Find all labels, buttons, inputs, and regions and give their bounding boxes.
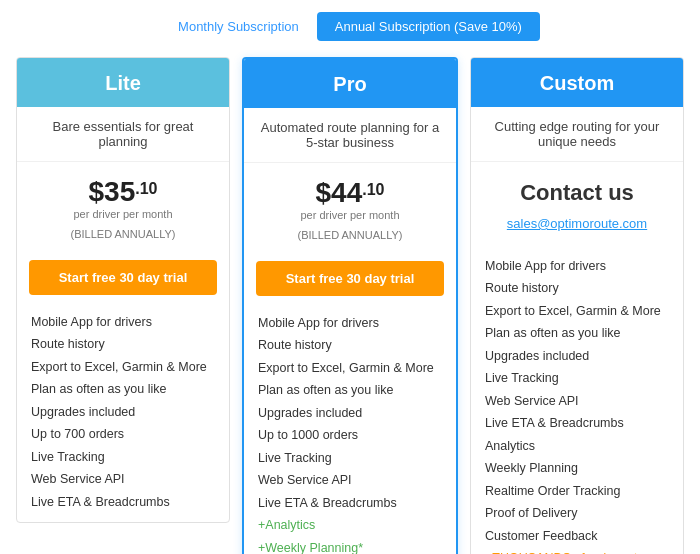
feature-item-lite-3: Plan as often as you like — [31, 379, 215, 402]
feature-item-custom-0: Mobile App for drivers — [485, 255, 669, 278]
feature-item-custom-7: Live ETA & Breadcrumbs — [485, 413, 669, 436]
feature-item-pro-2: Export to Excel, Garmin & More — [258, 357, 442, 380]
feature-item-custom-13: +THOUSANDS of orders at once — [485, 548, 669, 555]
price-cents-lite: .10 — [135, 180, 157, 198]
plan-price-pro: $44.10per driver per month(BILLED ANNUAL… — [244, 163, 456, 255]
feature-item-custom-9: Weekly Planning — [485, 458, 669, 481]
price-whole-lite: $35 — [89, 176, 136, 208]
sales-email-link[interactable]: sales@optimoroute.com — [487, 212, 667, 241]
features-list-custom: Mobile App for driversRoute historyExpor… — [471, 251, 683, 554]
price-sub1-lite: per driver per month — [33, 208, 213, 220]
plan-price-lite: $35.10per driver per month(BILLED ANNUAL… — [17, 162, 229, 254]
feature-item-custom-4: Upgrades included — [485, 345, 669, 368]
price-main-lite: $35.10 — [89, 172, 158, 208]
feature-item-custom-6: Web Service API — [485, 390, 669, 413]
trial-btn-lite[interactable]: Start free 30 day trial — [29, 260, 217, 295]
features-list-lite: Mobile App for driversRoute historyExpor… — [17, 307, 229, 522]
feature-item-lite-5: Up to 700 orders — [31, 424, 215, 447]
plan-card-custom: CustomCutting edge routing for your uniq… — [470, 57, 684, 554]
custom-contact-area: Contact ussales@optimoroute.com — [471, 162, 683, 251]
annual-subscription-btn[interactable]: Annual Subscription (Save 10%) — [317, 12, 540, 41]
plan-header-custom: Custom — [471, 58, 683, 107]
feature-item-custom-5: Live Tracking — [485, 368, 669, 391]
feature-item-pro-9: +Analytics — [258, 515, 442, 538]
feature-item-lite-7: Web Service API — [31, 469, 215, 492]
feature-item-pro-1: Route history — [258, 335, 442, 358]
feature-item-lite-2: Export to Excel, Garmin & More — [31, 356, 215, 379]
feature-item-pro-7: Web Service API — [258, 470, 442, 493]
trial-btn-pro[interactable]: Start free 30 day trial — [256, 261, 444, 296]
feature-item-custom-10: Realtime Order Tracking — [485, 480, 669, 503]
feature-item-custom-1: Route history — [485, 278, 669, 301]
feature-item-lite-4: Upgrades included — [31, 401, 215, 424]
feature-item-pro-8: Live ETA & Breadcrumbs — [258, 492, 442, 515]
plan-header-lite: Lite — [17, 58, 229, 107]
price-sub1-pro: per driver per month — [260, 209, 440, 221]
plan-desc-custom: Cutting edge routing for your unique nee… — [471, 107, 683, 162]
monthly-subscription-btn[interactable]: Monthly Subscription — [160, 12, 317, 41]
plans-container: LiteBare essentials for great planning$3… — [0, 57, 700, 554]
price-main-pro: $44.10 — [316, 173, 385, 209]
feature-item-custom-12: Customer Feedback — [485, 525, 669, 548]
feature-item-pro-10: +Weekly Planning* — [258, 537, 442, 554]
contact-us-heading[interactable]: Contact us — [487, 170, 667, 212]
price-sub2-lite: (BILLED ANNUALLY) — [33, 228, 213, 240]
feature-item-pro-0: Mobile App for drivers — [258, 312, 442, 335]
feature-item-lite-6: Live Tracking — [31, 446, 215, 469]
feature-item-lite-0: Mobile App for drivers — [31, 311, 215, 334]
subscription-toggle: Monthly Subscription Annual Subscription… — [0, 0, 700, 57]
feature-item-lite-8: Live ETA & Breadcrumbs — [31, 491, 215, 514]
feature-item-pro-6: Live Tracking — [258, 447, 442, 470]
plan-card-lite: LiteBare essentials for great planning$3… — [16, 57, 230, 523]
price-cents-pro: .10 — [362, 181, 384, 199]
plan-card-pro: ProAutomated route planning for a 5-star… — [242, 57, 458, 554]
feature-item-pro-5: Up to 1000 orders — [258, 425, 442, 448]
features-list-pro: Mobile App for driversRoute historyExpor… — [244, 308, 456, 554]
feature-item-custom-11: Proof of Delivery — [485, 503, 669, 526]
price-whole-pro: $44 — [316, 177, 363, 209]
plan-desc-pro: Automated route planning for a 5-star bu… — [244, 108, 456, 163]
feature-item-pro-4: Upgrades included — [258, 402, 442, 425]
feature-item-custom-2: Export to Excel, Garmin & More — [485, 300, 669, 323]
feature-item-custom-8: Analytics — [485, 435, 669, 458]
feature-item-custom-3: Plan as often as you like — [485, 323, 669, 346]
feature-item-lite-1: Route history — [31, 334, 215, 357]
feature-item-pro-3: Plan as often as you like — [258, 380, 442, 403]
plan-desc-lite: Bare essentials for great planning — [17, 107, 229, 162]
plan-header-pro: Pro — [244, 59, 456, 108]
price-sub2-pro: (BILLED ANNUALLY) — [260, 229, 440, 241]
